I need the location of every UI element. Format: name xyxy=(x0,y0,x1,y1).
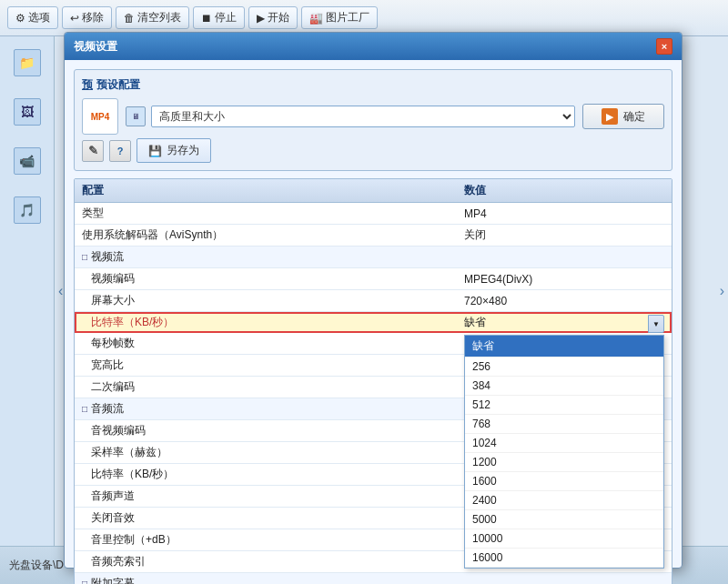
sidebar-item-img[interactable]: 🖼 xyxy=(5,89,50,135)
dropdown-item-384[interactable]: 384 xyxy=(465,377,663,396)
audio-expand-icon: □ xyxy=(82,404,87,414)
sidebar-item-audio[interactable]: 🎵 xyxy=(5,187,50,233)
save-as-button[interactable]: 💾 另存为 xyxy=(136,138,211,163)
dropdown-item-10000[interactable]: 10000 xyxy=(465,529,663,549)
dropdown-item-1024[interactable]: 1024 xyxy=(465,434,663,453)
row-type[interactable]: 类型 MP4 xyxy=(75,203,672,225)
config-col1-header: 配置 xyxy=(82,183,464,198)
edit-icon-btn[interactable]: ✎ xyxy=(82,140,104,162)
dropdown-item-256[interactable]: 256 xyxy=(465,357,663,377)
row-decoder[interactable]: 使用系统解码器（AviSynth） 关闭 xyxy=(75,225,672,247)
row-bitrate[interactable]: 比特率（KB/秒） 缺省 ▼ 缺省 256 384 512 768 xyxy=(75,312,672,333)
preset-select[interactable]: 高质里和大小 xyxy=(151,106,575,127)
dropdown-item-512[interactable]: 512 xyxy=(465,396,663,415)
start-button[interactable]: ▶ 开始 xyxy=(248,6,298,29)
row-screen-size[interactable]: 屏幕大小 720×480 xyxy=(75,290,672,312)
bitrate-dropdown-btn[interactable]: ▼ xyxy=(648,315,664,333)
monitor-icon: 🖥 xyxy=(126,106,146,126)
preset-section: 预 预设配置 MP4 🖥 高质里和大小 ▶ 确定 xyxy=(74,69,672,171)
dropdown-item-1200[interactable]: 1200 xyxy=(465,453,663,472)
confirm-arrow-icon: ▶ xyxy=(602,108,618,125)
dropdown-item-default[interactable]: 缺省 xyxy=(465,336,663,357)
row-subtitle[interactable]: □附加字幕 xyxy=(75,573,672,584)
mp4-icon: MP4 xyxy=(82,98,118,135)
row-video-codec[interactable]: 视频编码 MPEG4(DivX) xyxy=(75,268,672,290)
dialog-close-button[interactable]: × xyxy=(656,38,672,55)
clear-list-button[interactable]: 🗑 清空列表 xyxy=(116,6,189,29)
video-settings-dialog: 视频设置 × 预 预设配置 MP4 🖥 高质里和大小 xyxy=(64,32,682,569)
toolbar: ⚙ 选项 ↩ 移除 🗑 清空列表 ⏹ 停止 ▶ 开始 🏭 图片工厂 xyxy=(0,0,728,36)
bitrate-value: 缺省 xyxy=(464,316,486,328)
video-expand-icon: □ xyxy=(82,252,87,262)
dropdown-item-5000[interactable]: 5000 xyxy=(465,510,663,529)
image-icon: 🖼 xyxy=(14,98,41,126)
start-icon: ▶ xyxy=(257,12,265,25)
preset-section-label: 预 预设配置 xyxy=(82,77,664,93)
factory-button[interactable]: 🏭 图片工厂 xyxy=(301,6,378,29)
config-table-header: 配置 数值 xyxy=(75,179,672,203)
remove-button[interactable]: ↩ 移除 xyxy=(62,6,112,29)
sidebar: 📁 🖼 📹 🎵 xyxy=(0,36,55,584)
save-icon: 💾 xyxy=(148,145,162,157)
options-icon: ⚙ xyxy=(15,12,25,25)
bitrate-dropdown[interactable]: 缺省 256 384 512 768 1024 1200 1600 2400 5… xyxy=(464,335,664,569)
file-icon: 📁 xyxy=(14,49,41,76)
stop-icon: ⏹ xyxy=(201,12,212,25)
preset-dropdown-container: 🖥 高质里和大小 xyxy=(126,106,575,127)
config-col2-header: 数值 xyxy=(464,183,664,198)
stop-button[interactable]: ⏹ 停止 xyxy=(193,6,245,29)
background-app: ⚙ 选项 ↩ 移除 🗑 清空列表 ⏹ 停止 ▶ 开始 🏭 图片工厂 📁 🖼 xyxy=(0,0,728,584)
row-video-stream[interactable]: □视频流 xyxy=(75,247,672,268)
sidebar-item-file[interactable]: 📁 xyxy=(5,40,50,86)
dialog-body: 预 预设配置 MP4 🖥 高质里和大小 ▶ 确定 xyxy=(65,60,682,584)
dialog-title: 视频设置 xyxy=(74,39,117,55)
dropdown-item-1600[interactable]: 1600 xyxy=(465,472,663,491)
confirm-button[interactable]: ▶ 确定 xyxy=(582,104,664,129)
subtitle-expand-icon: □ xyxy=(82,579,87,584)
dropdown-item-768[interactable]: 768 xyxy=(465,415,663,434)
dropdown-item-16000[interactable]: 16000 xyxy=(465,549,663,568)
audio-icon: 🎵 xyxy=(14,196,41,224)
help-icon-btn[interactable]: ? xyxy=(109,140,131,162)
preset-row1: MP4 🖥 高质里和大小 ▶ 确定 xyxy=(82,98,664,135)
sidebar-item-video[interactable]: 📹 xyxy=(5,138,50,184)
options-button[interactable]: ⚙ 选项 xyxy=(7,6,58,29)
dropdown-item-2400[interactable]: 2400 xyxy=(465,491,663,510)
video-icon: 📹 xyxy=(14,147,41,175)
remove-icon: ↩ xyxy=(70,12,79,25)
right-nav-arrow[interactable]: › xyxy=(716,279,728,303)
preset-row2: ✎ ? 💾 另存为 xyxy=(82,138,664,163)
clear-icon: 🗑 xyxy=(124,12,135,25)
preset-underline-icon: 预 xyxy=(82,77,93,93)
factory-icon: 🏭 xyxy=(309,12,323,25)
config-table: 配置 数值 类型 MP4 使用系统解码器（AviSynth） 关闭 xyxy=(74,178,672,584)
dialog-titlebar: 视频设置 × xyxy=(65,33,682,60)
